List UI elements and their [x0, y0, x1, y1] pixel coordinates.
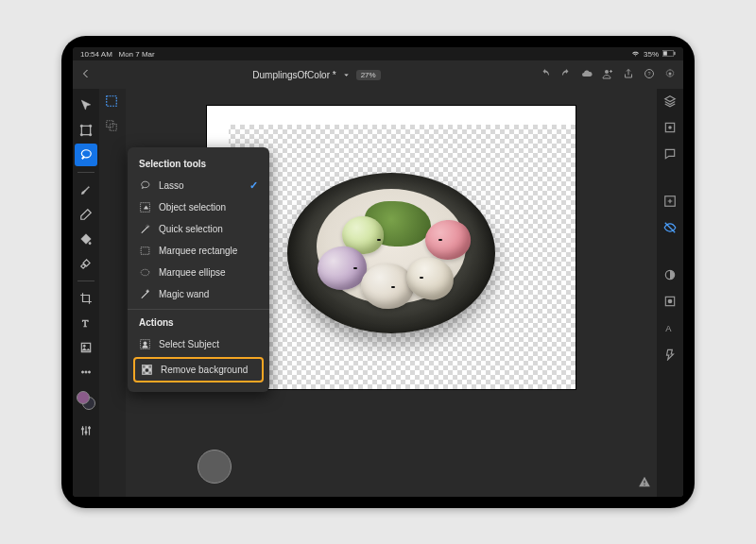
popover-item-label: Select Subject [159, 339, 219, 349]
eraser-tool[interactable] [75, 203, 97, 226]
left-toolbar: T [73, 89, 99, 497]
zoom-level[interactable]: 27% [356, 70, 381, 80]
status-right: 35% [631, 49, 676, 60]
popover-item-object-selection[interactable]: Object selection [128, 196, 269, 218]
comments-button[interactable] [663, 147, 677, 164]
cloud-icon[interactable] [581, 68, 593, 81]
selection-tools-popover: Selection tools Lasso ✓ Object selection… [128, 147, 269, 392]
lasso-icon [139, 179, 151, 192]
svg-point-18 [81, 428, 83, 430]
svg-point-20 [88, 427, 90, 429]
svg-rect-1 [663, 51, 667, 55]
svg-point-16 [85, 371, 87, 373]
popover-item-label: Marquee ellipse [159, 267, 226, 278]
layer-properties-button[interactable] [663, 121, 677, 138]
app-window: DumplingsOfColor * 27% ? [73, 60, 683, 497]
selection-add-icon[interactable] [105, 119, 120, 134]
type-tool[interactable]: T [75, 312, 97, 334]
effects-button[interactable] [663, 348, 677, 365]
adjustments-button[interactable] [663, 268, 677, 285]
share-icon[interactable] [623, 68, 634, 81]
popover-item-quick-selection[interactable]: Quick selection [128, 218, 269, 240]
toolbar-divider [77, 172, 94, 173]
ios-status-bar: 10:54 AM Mon 7 Mar 35% [73, 47, 683, 60]
svg-text:T: T [82, 318, 89, 329]
popover-section-selection-tools: Selection tools [128, 155, 269, 175]
visibility-button[interactable] [663, 221, 677, 238]
popover-item-select-subject[interactable]: Select Subject [128, 333, 269, 355]
quick-selection-icon [139, 223, 151, 235]
crop-tool[interactable] [75, 287, 97, 310]
popover-item-marquee-ellipse[interactable]: Marquee ellipse [128, 262, 269, 283]
document-title: DumplingsOfColor * [252, 70, 335, 80]
more-tools[interactable] [75, 361, 97, 383]
popover-item-marquee-rect[interactable]: Marquee rectangle [128, 240, 269, 262]
marquee-ellipse-icon [139, 266, 151, 279]
status-time-date: 10:54 AM Mon 7 Mar [80, 50, 155, 59]
svg-point-39 [145, 368, 148, 372]
popover-section-actions: Actions [128, 314, 269, 333]
popover-item-magic-wand[interactable]: Magic wand [128, 283, 269, 305]
work-area: T [73, 89, 683, 497]
magic-wand-icon [139, 288, 151, 300]
back-button[interactable] [80, 68, 94, 81]
popover-divider [128, 309, 269, 310]
svg-point-19 [85, 432, 87, 434]
popover-item-label: Quick selection [159, 224, 223, 234]
lasso-tool[interactable] [75, 144, 97, 166]
check-icon: ✓ [249, 179, 258, 192]
svg-point-8 [80, 125, 82, 127]
remove-background-icon [141, 364, 153, 376]
toolbar-divider [77, 280, 94, 281]
canvas-subject-bowl [287, 173, 495, 333]
battery-icon [662, 50, 676, 59]
svg-point-25 [668, 126, 672, 129]
brush-tool[interactable] [75, 178, 97, 201]
topbar-actions: ? [540, 68, 676, 81]
sliders-tool[interactable] [75, 419, 97, 442]
tool-options-bar [99, 89, 126, 497]
tablet-frame: 10:54 AM Mon 7 Mar 35% Dumpl [61, 36, 695, 508]
settings-icon[interactable] [664, 68, 676, 81]
layers-panel-button[interactable] [663, 94, 677, 111]
svg-point-3 [605, 70, 609, 74]
popover-item-label: Marquee rectangle [159, 246, 237, 256]
svg-rect-21 [107, 96, 117, 107]
svg-point-11 [90, 134, 92, 136]
touch-shortcut-circle[interactable] [198, 450, 232, 484]
text-format-button[interactable]: A [663, 321, 677, 338]
mask-button[interactable] [663, 295, 677, 312]
popover-item-label: Magic wand [159, 289, 209, 299]
svg-point-9 [90, 125, 92, 127]
fill-tool[interactable] [75, 228, 97, 250]
foreground-color-well[interactable] [77, 391, 90, 404]
help-icon[interactable]: ? [644, 68, 655, 81]
add-photo-button[interactable] [663, 195, 677, 212]
top-bar: DumplingsOfColor * 27% ? [73, 60, 683, 89]
battery-percent: 35% [644, 50, 659, 59]
svg-point-10 [80, 134, 82, 136]
move-tool[interactable] [75, 94, 97, 117]
redo-button[interactable] [560, 68, 572, 81]
screen: 10:54 AM Mon 7 Mar 35% Dumpl [73, 47, 683, 497]
undo-button[interactable] [540, 68, 551, 81]
popover-item-remove-background[interactable]: Remove background [133, 357, 264, 382]
wifi-icon [631, 49, 640, 60]
warning-icon[interactable] [638, 475, 651, 491]
status-date: Mon 7 Mar [118, 50, 154, 59]
right-toolbar: A [657, 89, 683, 497]
healing-tool[interactable] [75, 252, 97, 275]
svg-rect-2 [674, 51, 675, 54]
color-wells[interactable] [77, 391, 95, 410]
svg-point-37 [144, 342, 146, 345]
svg-point-6 [669, 73, 672, 76]
transform-tool[interactable] [75, 119, 97, 142]
object-selection-icon [139, 201, 151, 213]
svg-point-17 [88, 371, 90, 373]
invite-icon[interactable] [602, 68, 613, 81]
chevron-down-icon[interactable] [342, 71, 351, 79]
popover-item-lasso[interactable]: Lasso ✓ [128, 175, 269, 196]
canvas-subject-edge [207, 106, 576, 125]
place-tool[interactable] [75, 336, 97, 359]
selection-new-icon[interactable] [105, 94, 120, 110]
